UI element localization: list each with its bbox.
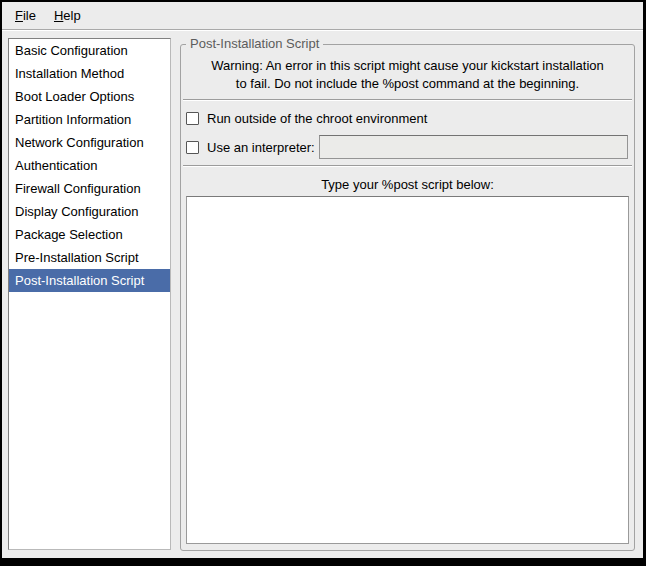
menubar: File Help	[2, 2, 643, 30]
chroot-checkbox[interactable]	[186, 112, 199, 125]
chroot-checkbox-label[interactable]: Run outside of the chroot environment	[207, 111, 427, 126]
sidebar-item-basic-configuration[interactable]: Basic Configuration	[9, 39, 170, 62]
sidebar-item-network-configuration[interactable]: Network Configuration	[9, 131, 170, 154]
kickstart-configurator-window: File Help Basic Configuration Installati…	[0, 0, 646, 566]
separator	[183, 99, 632, 101]
sidebar-item-firewall-configuration[interactable]: Firewall Configuration	[9, 177, 170, 200]
menu-file[interactable]: File	[6, 4, 45, 27]
warning-text: Warning: An error in this script might c…	[181, 45, 634, 93]
frame-title: Post-Installation Script	[186, 36, 323, 51]
sidebar-item-boot-loader-options[interactable]: Boot Loader Options	[9, 85, 170, 108]
chroot-checkbox-row: Run outside of the chroot environment	[186, 109, 628, 127]
sidebar-item-partition-information[interactable]: Partition Information	[9, 108, 170, 131]
interpreter-checkbox-label[interactable]: Use an interpreter:	[207, 140, 315, 155]
warning-line-2: to fail. Do not include the %post comman…	[181, 75, 634, 93]
interpreter-row: Use an interpreter:	[186, 135, 628, 159]
menu-help[interactable]: Help	[45, 4, 90, 27]
section-list: Basic Configuration Installation Method …	[8, 38, 171, 550]
sidebar-item-post-installation-script[interactable]: Post-Installation Script	[9, 269, 170, 292]
sidebar-item-display-configuration[interactable]: Display Configuration	[9, 200, 170, 223]
sidebar-item-pre-installation-script[interactable]: Pre-Installation Script	[9, 246, 170, 269]
sidebar-item-installation-method[interactable]: Installation Method	[9, 62, 170, 85]
menu-file-label: File	[15, 8, 36, 23]
warning-line-1: Warning: An error in this script might c…	[181, 57, 634, 75]
window-body: File Help Basic Configuration Installati…	[2, 2, 643, 558]
menu-help-label: Help	[54, 8, 81, 23]
interpreter-input[interactable]	[319, 135, 628, 159]
interpreter-checkbox[interactable]	[186, 141, 199, 154]
sidebar-item-package-selection[interactable]: Package Selection	[9, 223, 170, 246]
sidebar-item-authentication[interactable]: Authentication	[9, 154, 170, 177]
script-prompt-label: Type your %post script below:	[181, 177, 634, 192]
separator	[183, 165, 632, 167]
post-script-textarea[interactable]	[186, 196, 629, 544]
post-installation-frame: Post-Installation Script Warning: An err…	[180, 44, 635, 551]
